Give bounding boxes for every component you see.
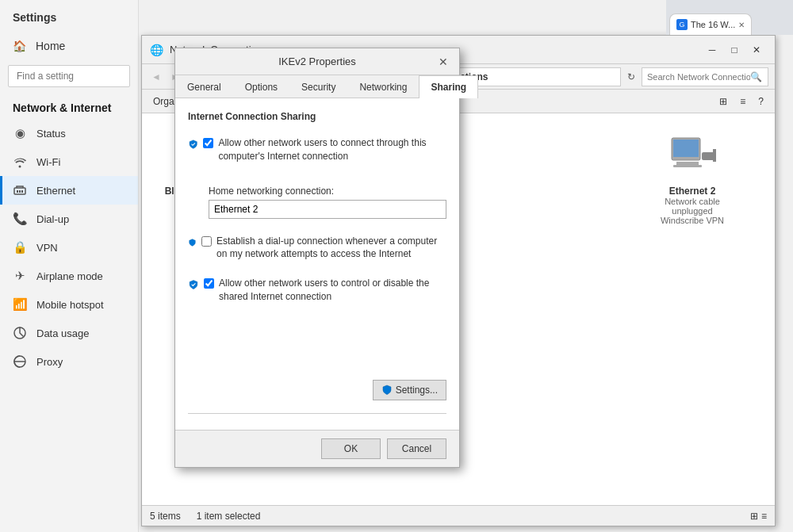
dialog-title: IKEv2 Properties: [199, 55, 435, 67]
help-button[interactable]: ?: [753, 94, 768, 109]
toolbar-right: ⊞ ≡ ?: [714, 94, 768, 109]
svg-rect-23: [676, 162, 699, 165]
search-icon: 🔍: [750, 71, 762, 82]
nav-label-wifi: Wi-Fi: [36, 156, 60, 168]
browser-tab-label: The 16 W...: [691, 20, 735, 29]
allow-control-row: Allow other network users to control or …: [188, 277, 446, 304]
view-icon-1[interactable]: ⊞: [750, 511, 758, 522]
sidebar-item-datausage[interactable]: Data usage: [0, 319, 138, 347]
tab-security[interactable]: Security: [289, 75, 347, 98]
dialup-icon: 📞: [13, 212, 27, 226]
nav-label-datausage: Data usage: [36, 327, 90, 339]
svg-rect-24: [673, 165, 702, 167]
allow-share-label: Allow other network users to connect thr…: [218, 136, 446, 163]
nc-items-count: 5 items: [150, 511, 181, 522]
ok-button[interactable]: OK: [321, 438, 381, 459]
nc-close-button[interactable]: ✕: [746, 42, 767, 58]
settings-section-title: Network & Internet: [0, 92, 138, 119]
ethernet2-network-item[interactable]: Ethernet 2 Network cable unplugged Winds…: [637, 123, 748, 496]
find-setting-input[interactable]: [8, 65, 130, 87]
nc-minimize-button[interactable]: ─: [702, 42, 722, 58]
allow-control-checkbox[interactable]: [204, 278, 214, 289]
back-button[interactable]: ◄: [148, 70, 164, 84]
nc-selected-count: 1 item selected: [197, 511, 261, 522]
shield-icon-2: [188, 235, 197, 251]
nav-label-status: Status: [36, 128, 66, 140]
home-icon: 🏠: [13, 40, 26, 52]
svg-rect-27: [713, 157, 716, 162]
svg-rect-1: [17, 190, 18, 193]
nc-maximize-button[interactable]: □: [724, 42, 745, 58]
sidebar-item-airplane[interactable]: ✈ Airplane mode: [0, 262, 138, 290]
home-network-group: Home networking connection:: [188, 186, 446, 219]
settings-title: Settings: [0, 0, 138, 32]
allow-share-checkbox[interactable]: [203, 138, 213, 148]
refresh-button[interactable]: ↻: [624, 70, 638, 84]
airplane-icon: ✈: [13, 269, 27, 283]
svg-rect-22: [673, 140, 699, 157]
shield-icon-1: [188, 136, 198, 152]
search-input[interactable]: [647, 72, 750, 82]
nav-label-airplane: Airplane mode: [36, 270, 103, 282]
nav-label-ethernet: Ethernet: [36, 185, 75, 197]
tab-general[interactable]: General: [175, 75, 233, 98]
sidebar-item-vpn[interactable]: 🔒 VPN: [0, 233, 138, 262]
browser-favicon: G: [676, 19, 688, 30]
dialog-separator: [188, 413, 446, 414]
sidebar-item-wifi[interactable]: Wi-Fi: [0, 147, 138, 176]
svg-rect-26: [713, 149, 716, 154]
dialog-footer: OK Cancel: [175, 430, 459, 467]
nav-label-hotspot: Mobile hotspot: [36, 299, 104, 311]
dialog-close-button[interactable]: ✕: [435, 54, 451, 70]
ethernet2-net-detail1: Network cable unplugged: [644, 197, 741, 216]
dialup-connect-label: Establish a dial-up connection whenever …: [216, 235, 446, 262]
nav-label-proxy: Proxy: [36, 356, 63, 368]
sidebar-item-dialup[interactable]: 📞 Dial-up: [0, 205, 138, 233]
status-icons: ⊞ ≡: [750, 511, 767, 522]
ethernet2-net-name: Ethernet 2: [669, 186, 716, 197]
allow-control-label: Allow other network users to control or …: [219, 277, 446, 304]
view-details-button[interactable]: ≡: [735, 94, 750, 109]
settings-shield-icon: [381, 385, 393, 396]
allow-share-row: Allow other network users to connect thr…: [188, 136, 446, 163]
svg-rect-2: [19, 190, 21, 193]
nav-label-vpn: VPN: [36, 242, 58, 254]
dialog-titlebar: IKEv2 Properties ✕: [175, 48, 459, 75]
ethernet2-net-icon: [667, 130, 718, 181]
dialog-body: Internet Connection Sharing Allow other …: [175, 98, 459, 430]
dialog-tabs: General Options Security Networking Shar…: [175, 75, 459, 98]
shield-icon-3: [188, 277, 199, 293]
browser-tab[interactable]: G The 16 W... ✕: [669, 13, 752, 35]
nc-titlebar-icon: 🌐: [150, 44, 163, 56]
sidebar-item-ethernet[interactable]: Ethernet: [0, 176, 138, 205]
cancel-button[interactable]: Cancel: [387, 438, 446, 459]
home-nav-item[interactable]: 🏠 Home: [0, 32, 138, 60]
dialup-connect-checkbox[interactable]: [201, 236, 212, 247]
search-bar: 🔍: [642, 67, 768, 86]
home-label: Home: [36, 40, 65, 52]
vpn-icon: 🔒: [13, 240, 27, 255]
tab-sharing[interactable]: Sharing: [419, 75, 478, 98]
sidebar-item-proxy[interactable]: Proxy: [0, 347, 138, 376]
sharing-settings-button[interactable]: Settings...: [373, 380, 446, 400]
ikev2-properties-dialog: IKEv2 Properties ✕ General Options Secur…: [174, 48, 460, 468]
settings-sidebar: Settings 🏠 Home Network & Internet ◉ Sta…: [0, 0, 139, 532]
nc-statusbar: 5 items 1 item selected ⊞ ≡: [142, 505, 775, 526]
home-network-label: Home networking connection:: [209, 186, 446, 197]
svg-rect-3: [21, 190, 23, 193]
hotspot-icon: 📶: [13, 297, 27, 312]
tab-networking[interactable]: Networking: [347, 75, 419, 98]
browser-tab-close[interactable]: ✕: [738, 21, 745, 29]
sharing-section-title: Internet Connection Sharing: [188, 111, 446, 122]
view-icon-2[interactable]: ≡: [761, 511, 767, 522]
home-network-input[interactable]: [209, 200, 446, 219]
browser-tab-bar: G The 16 W... ✕: [666, 0, 793, 35]
data-icon: [13, 326, 27, 340]
ethernet2-net-detail2: Windscribe VPN: [661, 216, 724, 225]
ethernet-icon: [13, 183, 27, 197]
sidebar-item-hotspot[interactable]: 📶 Mobile hotspot: [0, 290, 138, 319]
ethernet2-icon-wrap: [667, 130, 718, 181]
view-options-button[interactable]: ⊞: [714, 94, 732, 109]
sidebar-item-status[interactable]: ◉ Status: [0, 119, 138, 147]
tab-options[interactable]: Options: [233, 75, 289, 98]
